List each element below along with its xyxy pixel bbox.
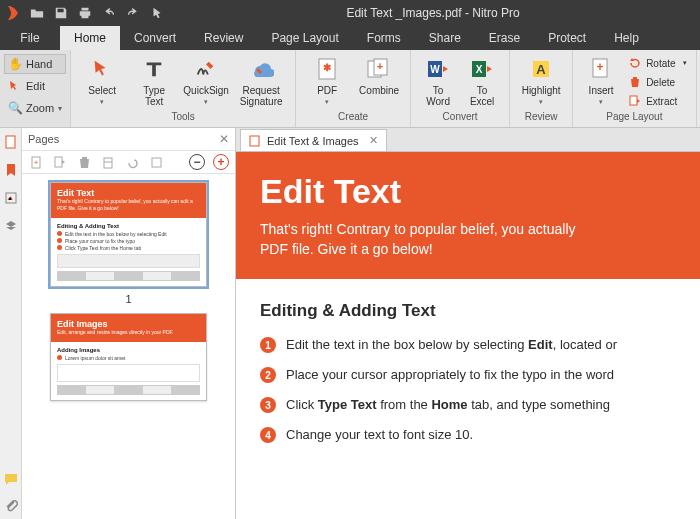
tab-page-layout[interactable]: Page Layout [257, 26, 352, 50]
zoom-out-icon[interactable]: − [189, 154, 205, 170]
app-icon [4, 4, 22, 22]
bookmarks-icon[interactable] [3, 162, 19, 178]
delete-icon [628, 75, 642, 89]
edit-tool[interactable]: Edit [4, 76, 66, 96]
document-tabs: Edit Text & Images ✕ [236, 128, 700, 152]
to-word-button[interactable]: WTo Word [417, 52, 459, 110]
svg-rect-15 [6, 136, 15, 148]
svg-text:W: W [430, 64, 440, 75]
tab-review[interactable]: Review [190, 26, 257, 50]
group-label-convert: Convert [417, 111, 503, 127]
document-view[interactable]: Edit Text That's right! Contrary to popu… [236, 152, 700, 519]
pdf-button[interactable]: ✱PDF▾ [302, 52, 352, 110]
svg-text:✱: ✱ [323, 62, 332, 73]
tab-help[interactable]: Help [600, 26, 653, 50]
svg-text:X: X [476, 64, 483, 75]
cursor-edit-icon [8, 79, 22, 93]
document-tab-label: Edit Text & Images [267, 135, 359, 147]
zoom-in-icon[interactable]: + [213, 154, 229, 170]
request-signature-button[interactable]: Request Signature [233, 52, 289, 110]
open-icon[interactable] [28, 4, 46, 22]
print-icon[interactable] [76, 4, 94, 22]
replace-page-icon[interactable] [100, 154, 116, 170]
chevron-down-icon: ▾ [58, 104, 62, 113]
page-thumbnails[interactable]: Edit TextThat's right! Contrary to popul… [22, 174, 235, 519]
svg-text:A: A [536, 62, 546, 77]
tab-erase[interactable]: Erase [475, 26, 534, 50]
rotate-page-icon[interactable] [124, 154, 140, 170]
group-label-page-layout: Page Layout [579, 111, 689, 127]
pages-panel-title: Pages [28, 133, 59, 145]
rotate-button[interactable]: Rotate▾ [625, 54, 689, 72]
tab-home[interactable]: Home [60, 26, 120, 50]
delete-button[interactable]: Delete [625, 73, 689, 91]
hand-tool[interactable]: ✋Hand [4, 54, 66, 74]
pages-panel: Pages ✕ + − + Edit TextThat's right! Con… [22, 128, 236, 519]
svg-rect-20 [104, 158, 112, 168]
doc-content: Editing & Adding Text 1Edit the text in … [236, 279, 700, 479]
doc-step-3: 3Click Type Text from the Home tab, and … [260, 397, 676, 413]
combine-icon: + [365, 55, 393, 83]
insert-page-icon[interactable]: + [28, 154, 44, 170]
ribbon-pretool: ✋Hand Edit 🔍Zoom▾ [0, 50, 71, 127]
tab-share[interactable]: Share [415, 26, 475, 50]
pages-panel-icon[interactable] [3, 134, 19, 150]
close-tab-icon[interactable]: ✕ [369, 134, 378, 147]
svg-rect-13 [630, 96, 637, 105]
word-icon: W [424, 55, 452, 83]
quick-access-toolbar [28, 4, 166, 22]
quicksign-button[interactable]: QuickSign▾ [181, 52, 231, 110]
svg-rect-22 [250, 136, 259, 146]
type-text-button[interactable]: Type Text [129, 52, 179, 110]
pages-panel-toolbar: + − + [22, 150, 235, 174]
tab-convert[interactable]: Convert [120, 26, 190, 50]
page-number-label: 1 [50, 293, 207, 305]
delete-page-icon[interactable] [76, 154, 92, 170]
redo-icon[interactable] [124, 4, 142, 22]
zoom-tool[interactable]: 🔍Zoom▾ [4, 98, 66, 118]
page-thumbnail-1[interactable]: Edit TextThat's right! Contrary to popul… [50, 182, 207, 287]
ribbon-tabs: File Home Convert Review Page Layout For… [0, 26, 700, 50]
highlight-button[interactable]: AHighlight▾ [516, 52, 566, 110]
type-text-icon [140, 55, 168, 83]
save-icon[interactable] [52, 4, 70, 22]
ribbon-group-create: ✱PDF▾ +Combine Create [296, 50, 411, 127]
doc-hero-title: Edit Text [260, 172, 680, 211]
undo-icon[interactable] [100, 4, 118, 22]
group-label-create: Create [302, 111, 404, 127]
cloud-signature-icon [247, 55, 275, 83]
signatures-icon[interactable] [3, 190, 19, 206]
comments-icon[interactable] [3, 471, 19, 487]
to-excel-button[interactable]: XTo Excel [461, 52, 503, 110]
extract-button[interactable]: Extract [625, 92, 689, 110]
extract-page-icon[interactable] [52, 154, 68, 170]
tab-protect[interactable]: Protect [534, 26, 600, 50]
insert-button[interactable]: +Insert▾ [579, 52, 623, 110]
rotate-icon [628, 56, 642, 70]
excel-icon: X [468, 55, 496, 83]
document-icon [249, 135, 261, 147]
svg-text:+: + [597, 60, 604, 74]
svg-text:+: + [377, 60, 383, 72]
pointer-icon[interactable] [148, 4, 166, 22]
crop-page-icon[interactable] [148, 154, 164, 170]
highlight-icon: A [527, 55, 555, 83]
close-icon[interactable]: ✕ [219, 132, 229, 146]
ribbon-group-tools: Select▾ Type Text QuickSign▾ Request Sig… [71, 50, 296, 127]
tab-forms[interactable]: Forms [353, 26, 415, 50]
ribbon: ✋Hand Edit 🔍Zoom▾ Select▾ Type Text Quic… [0, 50, 700, 128]
page-thumbnail-2[interactable]: Edit ImagesEdit, arrange and resize imag… [50, 313, 207, 401]
svg-rect-19 [55, 157, 62, 167]
combine-button[interactable]: +Combine [354, 52, 404, 110]
group-label-review: Review [516, 111, 566, 127]
doc-section-title: Editing & Adding Text [260, 301, 676, 321]
select-button[interactable]: Select▾ [77, 52, 127, 110]
file-menu[interactable]: File [0, 26, 60, 50]
svg-rect-21 [152, 158, 161, 167]
svg-text:+: + [33, 158, 38, 167]
document-tab[interactable]: Edit Text & Images ✕ [240, 129, 387, 151]
attachments-icon[interactable] [3, 497, 19, 513]
group-label-tools: Tools [77, 111, 289, 127]
ribbon-group-review: AHighlight▾ Review [510, 50, 573, 127]
layers-icon[interactable] [3, 218, 19, 234]
